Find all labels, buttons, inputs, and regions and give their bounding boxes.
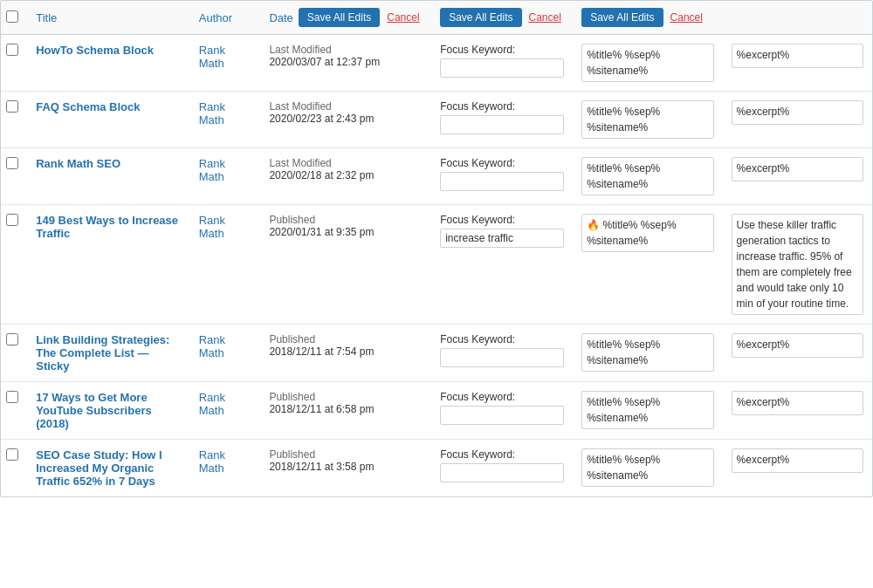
excerpt-cell: %excerpt% <box>723 440 872 497</box>
row-checkbox[interactable] <box>6 448 18 461</box>
seo-title-cell: %title% %sep% %sitename% <box>573 35 722 92</box>
row-checkbox-cell <box>1 440 27 497</box>
focus-keyword-label: Focus Keyword: <box>440 157 564 169</box>
date-label: Published <box>269 214 423 226</box>
date-label: Published <box>269 391 423 403</box>
focus-keyword-label: Focus Keyword: <box>440 44 564 56</box>
post-author-cell: Rank Math <box>190 382 261 440</box>
date-value: 2020/03/07 at 12:37 pm <box>269 56 423 68</box>
focus-keyword-input[interactable] <box>440 172 564 191</box>
date-value: 2020/02/18 at 2:32 pm <box>269 169 423 181</box>
author-link[interactable]: Rank Math <box>199 44 225 70</box>
seo-title-value: %title% %sep% %sitename% <box>581 44 713 82</box>
post-title-cell: Link Building Strategies: The Complete L… <box>27 325 190 382</box>
post-title-link[interactable]: SEO Case Study: How I Increased My Organ… <box>36 448 162 488</box>
focus-keyword-input[interactable] <box>440 229 564 248</box>
focus-keyword-input[interactable] <box>440 58 564 78</box>
focus-keyword-cell: Focus Keyword: <box>431 148 573 205</box>
col-header-title: Title <box>27 1 190 35</box>
excerpt-value: %excerpt% <box>732 448 863 473</box>
seo-title-cell: %title% %sep% %sitename% <box>573 92 722 148</box>
seo-title-cell: %title% %sep% %sitename% <box>573 440 722 497</box>
focus-keyword-cell: Focus Keyword: <box>431 325 573 382</box>
post-title-link[interactable]: Rank Math SEO <box>36 157 120 170</box>
focus-keyword-input[interactable] <box>440 463 564 482</box>
post-date-cell: Published2018/12/11 at 6:58 pm <box>260 382 431 440</box>
focus-keyword-cell: Focus Keyword: <box>431 35 573 92</box>
post-title-cell: SEO Case Study: How I Increased My Organ… <box>27 440 190 497</box>
post-title-cell: Rank Math SEO <box>27 148 190 205</box>
date-value: 2020/01/31 at 9:35 pm <box>269 226 423 238</box>
cancel-button-3[interactable]: Cancel <box>669 8 705 27</box>
row-checkbox[interactable] <box>6 100 18 113</box>
date-label: Last Modified <box>269 44 423 56</box>
seo-title-value: %title% %sep% %sitename% <box>581 100 713 139</box>
table-row: Link Building Strategies: The Complete L… <box>1 325 872 382</box>
post-author-cell: Rank Math <box>190 148 261 205</box>
focus-keyword-input[interactable] <box>440 115 564 134</box>
post-title-link[interactable]: FAQ Schema Block <box>36 100 140 113</box>
row-checkbox[interactable] <box>6 157 18 169</box>
excerpt-value: %excerpt% <box>732 100 863 125</box>
seo-title-value: 🔥 %title% %sep% %sitename% <box>581 214 713 252</box>
row-checkbox-cell <box>1 92 27 148</box>
row-checkbox[interactable] <box>6 391 18 403</box>
col-header-excerpt <box>723 1 872 35</box>
table-row: FAQ Schema BlockRank MathLast Modified20… <box>1 92 872 148</box>
post-title-cell: HowTo Schema Block <box>27 35 190 92</box>
seo-title-value: %title% %sep% %sitename% <box>581 448 713 487</box>
row-checkbox-cell <box>1 382 27 440</box>
author-link[interactable]: Rank Math <box>199 448 225 475</box>
excerpt-cell: %excerpt% <box>723 35 872 92</box>
date-value: 2018/12/11 at 3:58 pm <box>269 461 423 473</box>
author-link[interactable]: Rank Math <box>199 214 225 240</box>
author-link[interactable]: Rank Math <box>199 100 225 126</box>
cancel-button-1[interactable]: Cancel <box>385 8 421 27</box>
select-all-header[interactable] <box>1 1 27 35</box>
focus-keyword-label: Focus Keyword: <box>440 391 564 403</box>
row-checkbox-cell <box>1 205 27 325</box>
excerpt-value: %excerpt% <box>732 157 863 181</box>
author-link[interactable]: Rank Math <box>199 157 225 183</box>
excerpt-cell: %excerpt% <box>723 325 872 382</box>
post-title-link[interactable]: Link Building Strategies: The Complete L… <box>36 333 169 373</box>
cancel-button-2[interactable]: Cancel <box>527 8 563 27</box>
save-all-edits-button-1[interactable]: Save All Edits <box>299 8 380 27</box>
post-title-link[interactable]: 149 Best Ways to Increase Traffic <box>36 214 178 240</box>
row-checkbox[interactable] <box>6 333 18 345</box>
author-link[interactable]: Rank Math <box>199 333 225 359</box>
col-header-date: Date Save All Edits Cancel <box>260 1 431 35</box>
save-all-edits-button-2[interactable]: Save All Edits <box>440 8 521 27</box>
row-checkbox[interactable] <box>6 44 18 56</box>
excerpt-cell: %excerpt% <box>723 148 872 205</box>
excerpt-value: %excerpt% <box>732 44 863 68</box>
focus-keyword-cell: Focus Keyword: <box>431 382 573 440</box>
post-author-cell: Rank Math <box>190 92 261 148</box>
col-header-author: Author <box>190 1 261 35</box>
posts-table: Title Author Date Save All Edits Cancel … <box>1 1 872 496</box>
post-title-cell: FAQ Schema Block <box>27 92 190 148</box>
row-checkbox-cell <box>1 35 27 92</box>
date-label: Last Modified <box>269 100 423 113</box>
date-label: Last Modified <box>269 157 423 169</box>
select-all-checkbox[interactable] <box>6 10 18 23</box>
seo-title-cell: %title% %sep% %sitename% <box>573 148 722 205</box>
excerpt-cell: %excerpt% <box>723 92 872 148</box>
seo-title-cell: 🔥 %title% %sep% %sitename% <box>573 205 722 325</box>
seo-title-value: %title% %sep% %sitename% <box>581 333 713 372</box>
excerpt-value: Use these killer traffic generation tact… <box>732 214 863 315</box>
author-link[interactable]: Rank Math <box>199 391 225 417</box>
col-date-label: Date <box>269 11 292 24</box>
post-title-link[interactable]: HowTo Schema Block <box>36 44 154 57</box>
row-checkbox[interactable] <box>6 214 18 226</box>
post-title-link[interactable]: 17 Ways to Get More YouTube Subscribers … <box>36 391 151 430</box>
focus-keyword-input[interactable] <box>440 348 564 367</box>
save-all-edits-button-3[interactable]: Save All Edits <box>581 8 663 27</box>
excerpt-cell: Use these killer traffic generation tact… <box>723 205 872 325</box>
date-label: Published <box>269 448 423 461</box>
seo-title-cell: %title% %sep% %sitename% <box>573 325 722 382</box>
post-date-cell: Last Modified2020/03/07 at 12:37 pm <box>260 35 431 92</box>
excerpt-value: %excerpt% <box>732 333 863 358</box>
focus-keyword-input[interactable] <box>440 406 564 425</box>
date-label: Published <box>269 333 423 345</box>
